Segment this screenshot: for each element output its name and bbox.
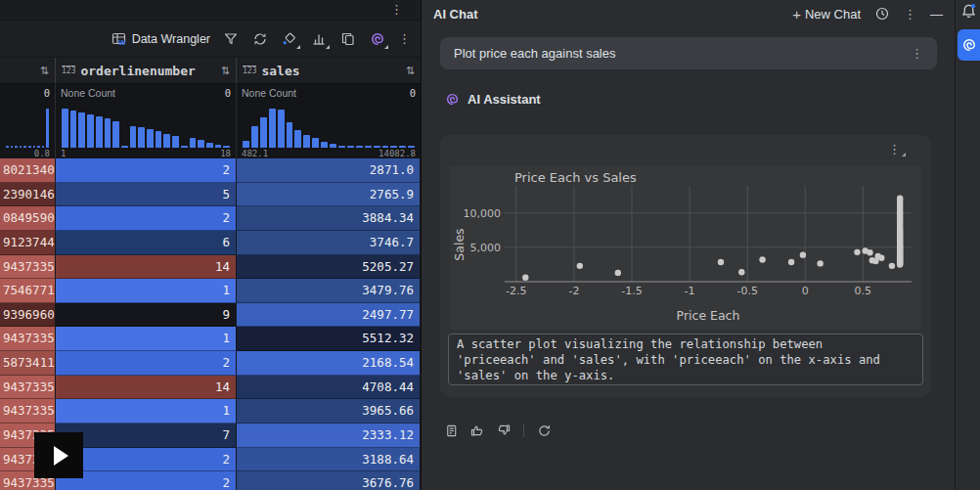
histogram-bar (251, 126, 258, 148)
toolbar-more-icon[interactable]: ⋮ (398, 32, 411, 45)
editor-topbar: ⋮ (0, 0, 421, 21)
table-cell[interactable]: 3479.76 (237, 279, 421, 303)
svg-text:Sales: Sales (452, 228, 467, 260)
table-cell[interactable]: 58734114 (0, 351, 56, 376)
histogram-bar (138, 127, 145, 148)
table-cell[interactable]: 9 (56, 303, 237, 328)
notifications-bell-icon[interactable] (960, 3, 977, 22)
table-row: 9123744963746.7 (0, 231, 421, 255)
table-cell[interactable]: 94373356 (0, 327, 56, 351)
chart-caption: A scatter plot visualizing the relations… (448, 334, 923, 385)
table-cell[interactable]: 3188.64 (237, 448, 421, 472)
table-cell[interactable]: 2 (56, 351, 237, 376)
ai-actions-icon[interactable] (369, 30, 386, 48)
new-chat-button[interactable]: + New Chat (792, 7, 861, 22)
histogram-bar (172, 136, 179, 148)
table-row: 5873411422168.54 (0, 351, 421, 376)
table-row: 8021340822871.0 (0, 158, 421, 183)
table-cell[interactable]: 2497.77 (237, 303, 421, 328)
sort-icon[interactable]: ⇅ (40, 65, 49, 77)
card-more-icon[interactable]: ⋮ (888, 143, 906, 156)
history-icon[interactable] (874, 6, 890, 22)
table-cell[interactable]: 3884.34 (237, 206, 421, 231)
table-cell[interactable]: 2 (56, 206, 237, 231)
user-message-bubble[interactable]: Plot price each against sales ⋮ (440, 37, 937, 69)
table-cell[interactable]: 6 (56, 231, 237, 255)
table-cell[interactable]: 93969604 (0, 303, 56, 328)
svg-text:0: 0 (802, 285, 809, 297)
thumbs-up-icon[interactable] (468, 422, 486, 439)
histogram-bar (156, 131, 162, 148)
retry-icon[interactable] (535, 422, 553, 439)
ai-chat-tool-button[interactable] (958, 29, 980, 61)
column-stats-sales: None Count0 482.114082.8 (237, 84, 421, 159)
svg-text:10,000: 10,000 (464, 207, 502, 220)
table-cell[interactable]: 94373356 (0, 255, 56, 280)
table-cell[interactable]: 2765.9 (237, 183, 421, 207)
table-cell[interactable]: 3965.66 (237, 399, 421, 423)
filter-icon[interactable] (222, 30, 240, 48)
none-count-value: 0 (225, 87, 231, 102)
chart-icon[interactable] (310, 30, 328, 48)
table-cell[interactable]: 94373356 (0, 399, 56, 423)
chat-more-icon[interactable]: ⋮ (904, 8, 916, 21)
table-cell[interactable]: 91237449 (0, 231, 56, 255)
table-cell[interactable]: 1 (56, 399, 237, 423)
table-cell[interactable]: 75467719 (0, 279, 56, 303)
table-cell[interactable]: 3746.7 (237, 231, 421, 255)
divider (523, 423, 524, 437)
svg-text:-0.5: -0.5 (736, 285, 757, 297)
histogram-bar (87, 114, 94, 148)
table-cell[interactable]: 1 (56, 279, 237, 303)
table-cell[interactable]: 4708.44 (237, 376, 421, 400)
table-cell[interactable]: 2871.0 (237, 158, 421, 183)
table-cell[interactable]: 5 (56, 183, 237, 207)
column-stats-orderlinenumber: None Count0 118 (56, 84, 237, 159)
table-cell[interactable]: 14 (56, 376, 237, 400)
table-cell[interactable]: 23901462 (0, 183, 56, 207)
sort-icon[interactable]: ⇅ (221, 65, 230, 77)
message-more-icon[interactable]: ⋮ (911, 47, 923, 60)
svg-text:5,000: 5,000 (470, 242, 502, 254)
table-cell[interactable]: 80213408 (0, 158, 56, 183)
histogram-bar (96, 116, 103, 148)
histogram-bar (163, 134, 170, 148)
sort-icon[interactable]: ⇅ (406, 65, 415, 77)
table-cell[interactable]: 2 (56, 158, 237, 183)
none-count-value: 0 (44, 87, 50, 102)
table-cell[interactable]: 3676.76 (237, 471, 421, 490)
thumbs-down-icon[interactable] (495, 422, 512, 439)
table-cell[interactable]: 08495909 (0, 206, 56, 231)
histogram-bar (198, 140, 204, 148)
column-header-sales[interactable]: 123 sales ⇅ (237, 58, 421, 83)
column-stats-hidden: 0 0.8 (0, 84, 56, 159)
minimize-icon[interactable]: — (930, 8, 943, 21)
svg-text:-2.5: -2.5 (506, 285, 526, 297)
new-chat-label: New Chat (805, 7, 861, 22)
table-row: 94373356145205.27 (0, 255, 421, 280)
video-play-button[interactable] (34, 432, 83, 478)
assistant-label: AI Assistant (468, 92, 541, 107)
column-header-hidden[interactable]: ⇅ (0, 58, 56, 83)
editor-more-icon[interactable]: ⋮ (390, 3, 403, 16)
table-cell[interactable]: 2333.12 (237, 423, 421, 448)
table-cell[interactable]: 5205.27 (237, 255, 421, 280)
svg-text:-1: -1 (685, 285, 695, 297)
copy-icon[interactable] (339, 30, 357, 48)
table-cell[interactable]: 1 (56, 327, 237, 351)
refresh-icon[interactable] (251, 30, 269, 48)
svg-text:0.5: 0.5 (855, 285, 872, 297)
histogram-bar (147, 129, 154, 148)
copy-response-icon[interactable] (442, 422, 460, 439)
table-cell[interactable]: 2168.54 (237, 351, 421, 376)
plus-icon: + (792, 7, 801, 22)
histogram-bar (303, 135, 310, 148)
column-header-orderlinenumber[interactable]: 123 orderlinenumber ⇅ (56, 58, 237, 83)
svg-text:-2: -2 (568, 285, 579, 297)
table-cell[interactable]: 94373356 (0, 376, 56, 400)
color-scale-icon[interactable] (281, 30, 298, 48)
table-cell[interactable]: 14 (56, 255, 237, 280)
dropdown-corner (326, 45, 330, 49)
table-cell[interactable]: 5512.32 (237, 327, 421, 351)
histogram-bar (294, 130, 301, 148)
